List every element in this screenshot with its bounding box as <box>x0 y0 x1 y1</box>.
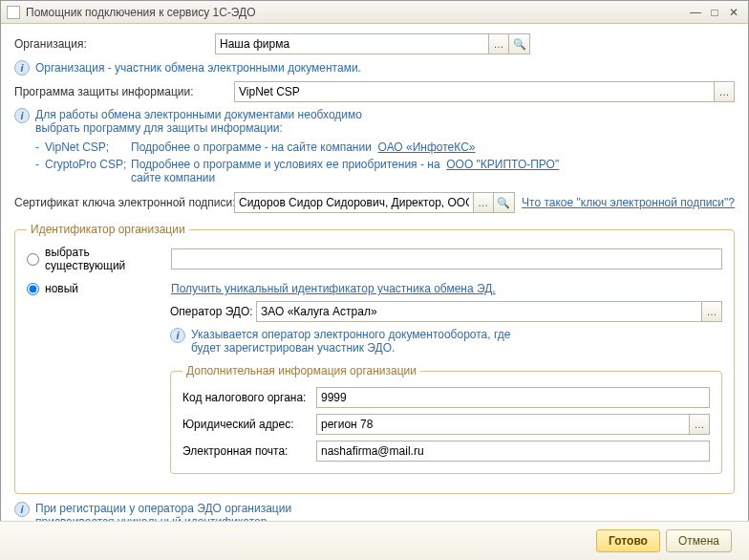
crypto-item2-cont: сайте компании <box>131 171 215 184</box>
info-icon: i <box>170 328 185 343</box>
email-label: Электронная почта: <box>182 444 316 458</box>
maximize-button[interactable]: □ <box>706 5 723 20</box>
legal-address-label: Юридический адрес: <box>182 418 316 431</box>
cert-label: Сертификат ключа электронной подписи: <box>14 196 234 209</box>
crypto-note-2: выбрать программу для защиты информации: <box>35 121 362 135</box>
cert-search-button[interactable]: 🔍 <box>494 192 515 213</box>
tax-code-input[interactable] <box>316 387 710 408</box>
operator-input[interactable] <box>256 301 701 322</box>
organization-note: Организация - участник обмена электронны… <box>35 61 361 75</box>
crypto-item1-name: VipNet CSP; <box>45 140 131 154</box>
organization-input[interactable] <box>215 33 488 54</box>
app-icon <box>7 6 20 19</box>
tax-code-label: Код налогового органа: <box>182 391 316 404</box>
cryptopro-link[interactable]: ООО "КРИПТО-ПРО" <box>446 158 559 171</box>
crypto-item2-name: CryptoPro CSP; <box>45 158 131 184</box>
get-id-link[interactable]: Получить уникальный идентификатор участн… <box>171 282 496 295</box>
close-button[interactable]: ✕ <box>725 5 742 20</box>
organization-select-button[interactable]: … <box>488 33 509 54</box>
infotecs-link[interactable]: ОАО «ИнфотеКС» <box>378 140 476 154</box>
crypto-note-1: Для работы обмена электронными документа… <box>35 108 362 121</box>
cert-select-button[interactable]: … <box>473 192 494 213</box>
crypto-input[interactable] <box>234 81 714 102</box>
radio-new-label: новый <box>45 282 171 295</box>
reg-note-1: При регистрации у оператора ЭДО организа… <box>35 502 291 515</box>
search-icon: 🔍 <box>513 38 526 51</box>
radio-existing[interactable] <box>27 253 39 266</box>
additional-info-groupbox: Дополнительная информация организации Ко… <box>170 364 722 474</box>
existing-id-input[interactable] <box>171 248 722 269</box>
info-icon: i <box>14 108 30 123</box>
operator-note-2: будет зарегистрирован участник ЭДО. <box>191 341 510 355</box>
additional-info-legend: Дополнительная информация организации <box>182 364 420 377</box>
crypto-select-button[interactable]: … <box>714 81 735 102</box>
identifier-legend: Идентификатор организации <box>27 223 189 236</box>
minimize-button[interactable]: — <box>687 5 704 20</box>
footer: Готово Отмена <box>0 521 749 560</box>
operator-note-1: Указывается оператор электронного докуме… <box>191 328 510 341</box>
legal-address-input[interactable] <box>316 414 689 435</box>
window-titlebar: Помощник подключения к сервису 1С-ЭДО — … <box>1 1 748 24</box>
cert-help-link[interactable]: Что такое "ключ электронной подписи"? <box>522 196 735 209</box>
info-icon: i <box>14 60 30 75</box>
crypto-item2-desc: Подробнее о программе и условиях ее прио… <box>131 158 440 171</box>
radio-new[interactable] <box>27 283 39 295</box>
operator-select-button[interactable]: … <box>701 301 722 322</box>
cancel-button[interactable]: Отмена <box>666 529 732 552</box>
email-input[interactable] <box>316 441 710 462</box>
legal-address-select-button[interactable]: … <box>689 414 710 435</box>
window-title: Помощник подключения к сервису 1С-ЭДО <box>26 6 685 19</box>
radio-existing-label: выбрать существующий <box>45 246 171 272</box>
operator-label: Оператор ЭДО: <box>170 305 256 318</box>
crypto-item1-desc: Подробнее о программе - на сайте компани… <box>131 140 372 154</box>
crypto-label: Программа защиты информации: <box>14 85 234 98</box>
ok-button[interactable]: Готово <box>596 529 660 552</box>
info-icon: i <box>14 502 30 517</box>
cert-input[interactable] <box>234 192 473 213</box>
organization-search-button[interactable]: 🔍 <box>509 33 530 54</box>
organization-label: Организация: <box>14 37 215 51</box>
identifier-groupbox: Идентификатор организации выбрать сущест… <box>14 223 735 494</box>
search-icon: 🔍 <box>497 197 510 209</box>
